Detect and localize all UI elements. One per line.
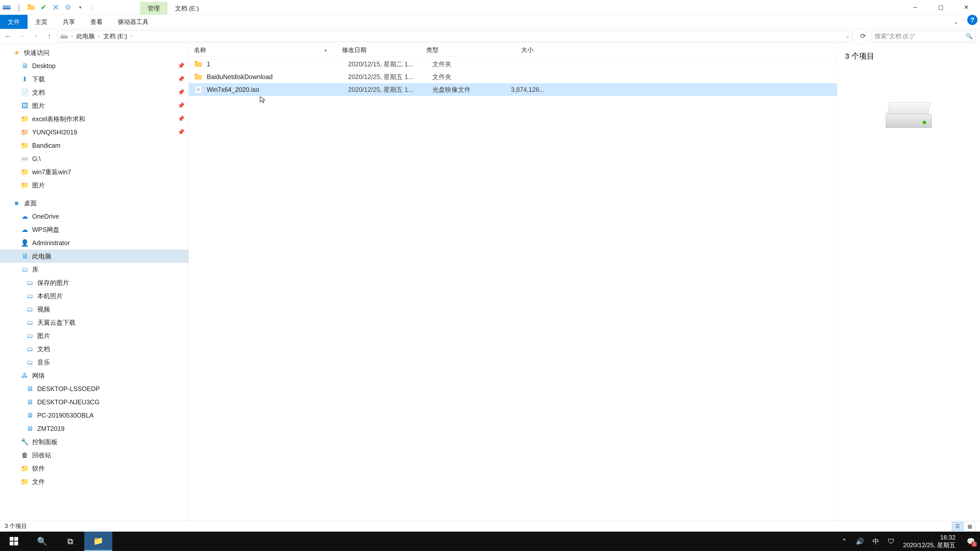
folder-icon[interactable] xyxy=(27,3,35,11)
back-icon[interactable]: ← xyxy=(3,30,14,42)
tree-folder-win7[interactable]: 📁win7重装win7 xyxy=(0,165,189,179)
tree-folder-excel[interactable]: 📁excel表格制作求和📌 xyxy=(0,112,189,125)
file-row[interactable]: Win7x64_2020.iso2020/12/25, 星期五 1...光盘映像… xyxy=(189,83,837,96)
library-icon: 🗂 xyxy=(25,345,34,353)
forward-icon[interactable]: → xyxy=(16,30,27,42)
document-icon: 📄 xyxy=(21,88,29,97)
tree-network[interactable]: 🖧网络 xyxy=(0,369,189,382)
task-view-icon[interactable]: ⧉ xyxy=(56,532,84,551)
folder-icon: 📁 xyxy=(21,181,29,189)
chevron-right-icon[interactable]: › xyxy=(130,33,132,39)
svg-rect-14 xyxy=(14,537,18,541)
folder-icon: 📁 xyxy=(21,464,29,473)
tree-quick-access[interactable]: ★快速访问 xyxy=(0,46,189,59)
tree-files[interactable]: 📁文件 xyxy=(0,475,189,488)
tree-folder-yunqishi[interactable]: 📁YUNQISHI2019📌 xyxy=(0,125,189,139)
tree-folder-bandicam[interactable]: 📁Bandicam xyxy=(0,139,189,152)
tree-lib-tianyi[interactable]: 🗂天翼云盘下载 xyxy=(0,316,189,329)
refresh-icon[interactable]: ⟳ xyxy=(858,30,869,42)
system-tray: ⌃ 🔊 中 🛡 16:32 2020/12/25, 星期五 💬3 xyxy=(842,534,980,549)
clock[interactable]: 16:32 2020/12/25, 星期五 xyxy=(903,534,956,549)
library-icon: 🗂 xyxy=(25,318,34,327)
column-type[interactable]: 类型 xyxy=(426,46,495,54)
tree-network-pc[interactable]: 🖥DESKTOP-NJEU3CG xyxy=(0,395,189,409)
panel-icon: 🔧 xyxy=(21,437,29,446)
tree-recycle[interactable]: 🗑回收站 xyxy=(0,448,189,462)
library-icon: 🗂 xyxy=(25,278,34,287)
close-icon[interactable]: ✕ xyxy=(953,1,979,14)
file-list[interactable]: 12020/12/15, 星期二 1...文件夹BaiduNetdiskDown… xyxy=(189,57,837,520)
tree-this-pc[interactable]: 🖥此电脑 xyxy=(0,249,189,263)
file-list-pane: 名称▴ 修改日期 类型 大小 12020/12/15, 星期二 1...文件夹B… xyxy=(189,43,837,520)
tree-network-pc[interactable]: 🖥ZMT2019 xyxy=(0,422,189,435)
ribbon-collapse-icon[interactable]: ⌄ xyxy=(952,15,965,29)
tree-lib-pictures[interactable]: 🗂图片 xyxy=(0,329,189,342)
ime-indicator[interactable]: 中 xyxy=(873,537,879,546)
close-action-icon[interactable]: ✕ xyxy=(52,3,60,11)
volume-icon[interactable]: 🔊 xyxy=(856,537,864,545)
navigation-tree[interactable]: ★快速访问 🖥Desktop📌 ⬇下载📌 📄文档📌 🖼图片📌 📁excel表格制… xyxy=(0,43,189,520)
search-input[interactable]: 搜索"文档 (E:)" 🔍 xyxy=(871,30,976,42)
tree-lib-camera[interactable]: 🗂本机照片 xyxy=(0,289,189,303)
gear-icon[interactable]: ⚙ xyxy=(64,3,72,11)
cloud-icon: ☁ xyxy=(21,212,29,221)
view-details-icon[interactable]: ☰ xyxy=(952,522,963,531)
tree-libraries[interactable]: 🗂库 xyxy=(0,263,189,276)
tree-drive-g[interactable]: G:\ xyxy=(0,152,189,165)
tree-network-pc[interactable]: 🖥DESKTOP-LSSOEDP xyxy=(0,382,189,395)
search-icon[interactable]: 🔍 xyxy=(28,532,56,551)
ribbon-tab-file[interactable]: 文件 xyxy=(0,15,27,29)
file-row[interactable]: BaiduNetdiskDownload2020/12/25, 星期五 1...… xyxy=(189,70,837,83)
tree-desktop-root[interactable]: ■桌面 xyxy=(0,197,189,210)
check-icon[interactable]: ✔ xyxy=(39,3,48,11)
user-icon: 👤 xyxy=(21,238,29,247)
ribbon-tab-drive-tools[interactable]: 驱动器工具 xyxy=(110,15,156,29)
notification-icon[interactable]: 💬3 xyxy=(964,535,977,548)
up-icon[interactable]: ↑ xyxy=(44,30,55,42)
qat-dropdown-icon[interactable]: ▾ xyxy=(76,3,84,11)
tree-lib-saved-pics[interactable]: 🗂保存的图片 xyxy=(0,276,189,289)
chevron-right-icon[interactable]: › xyxy=(98,33,100,39)
ribbon-tab-home[interactable]: 主页 xyxy=(27,15,55,29)
address-dropdown-icon[interactable]: ⌄ xyxy=(846,33,850,39)
breadcrumb-this-pc[interactable]: 此电脑 xyxy=(76,32,95,40)
clock-time: 16:32 xyxy=(903,534,956,541)
minimize-icon[interactable]: ─ xyxy=(902,1,928,14)
tree-downloads[interactable]: ⬇下载📌 xyxy=(0,73,189,86)
tray-chevron-icon[interactable]: ⌃ xyxy=(842,537,847,545)
ribbon-tab-share[interactable]: 共享 xyxy=(55,15,83,29)
breadcrumb-drive[interactable]: 文档 (E:) xyxy=(103,32,127,40)
search-icon[interactable]: 🔍 xyxy=(966,33,973,40)
address-bar[interactable]: › 此电脑 › 文档 (E:) › ⌄ xyxy=(58,30,853,42)
column-name[interactable]: 名称▴ xyxy=(194,46,342,54)
svg-rect-3 xyxy=(27,4,30,6)
tree-documents[interactable]: 📄文档📌 xyxy=(0,86,189,99)
column-date[interactable]: 修改日期 xyxy=(342,46,426,54)
tree-wps[interactable]: ☁WPS网盘 xyxy=(0,223,189,236)
start-icon[interactable] xyxy=(0,532,28,551)
maximize-icon[interactable]: ▢ xyxy=(928,1,953,14)
tree-pictures[interactable]: 🖼图片📌 xyxy=(0,99,189,112)
tree-pictures-2[interactable]: 📁图片 xyxy=(0,179,189,192)
tree-control-panel[interactable]: 🔧控制面板 xyxy=(0,435,189,448)
file-name: Win7x64_2020.iso xyxy=(207,86,348,94)
file-row[interactable]: 12020/12/15, 星期二 1...文件夹 xyxy=(189,58,837,70)
tree-lib-video[interactable]: 🗂视频 xyxy=(0,303,189,316)
tree-onedrive[interactable]: ☁OneDrive xyxy=(0,210,189,223)
security-icon[interactable]: 🛡 xyxy=(888,537,894,545)
view-thumbnails-icon[interactable]: ▦ xyxy=(964,522,975,531)
chevron-right-icon[interactable]: › xyxy=(71,33,73,39)
tree-administrator[interactable]: 👤Administrator xyxy=(0,236,189,249)
iso-file-icon xyxy=(194,85,203,94)
help-icon[interactable]: ? xyxy=(967,15,977,25)
title-context-tab[interactable]: 管理 xyxy=(140,2,167,14)
tree-desktop[interactable]: 🖥Desktop📌 xyxy=(0,59,189,73)
ribbon-tab-view[interactable]: 查看 xyxy=(83,15,110,29)
taskbar-explorer[interactable]: 📁 xyxy=(84,532,112,551)
tree-software[interactable]: 📁软件 xyxy=(0,462,189,475)
recent-dropdown-icon[interactable]: ▾ xyxy=(30,30,41,42)
column-size[interactable]: 大小 xyxy=(495,46,538,54)
tree-lib-music[interactable]: 🗂音乐 xyxy=(0,356,189,369)
tree-network-pc[interactable]: 🖥PC-20190530OBLA xyxy=(0,409,189,422)
tree-lib-documents[interactable]: 🗂文档 xyxy=(0,342,189,356)
